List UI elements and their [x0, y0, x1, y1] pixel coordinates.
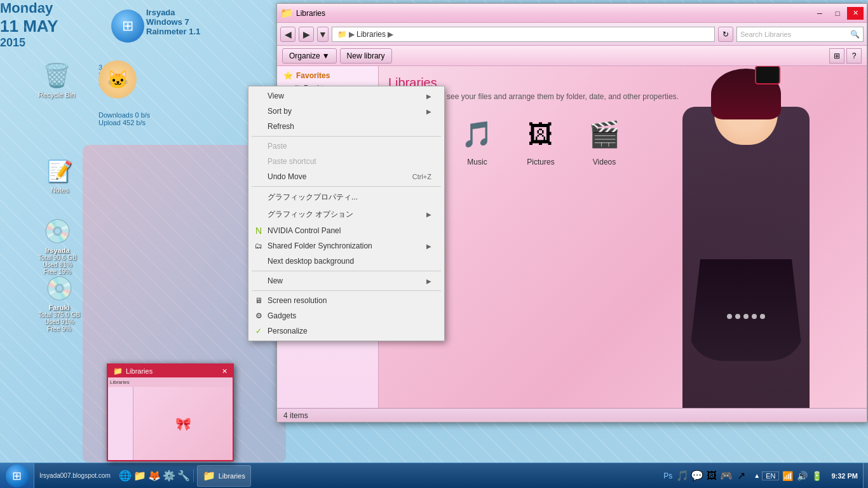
cm-next-background[interactable]: Next desktop background — [248, 254, 444, 269]
tray-battery-icon[interactable]: 🔋 — [810, 470, 823, 482]
maximize-button[interactable]: □ — [829, 7, 846, 20]
back-button[interactable]: ◀ — [280, 27, 295, 42]
cm-gadgets[interactable]: ⚙ Gadgets — [248, 308, 444, 323]
system-clock[interactable]: 9:32 PM — [826, 472, 863, 480]
close-button[interactable]: ✕ — [847, 7, 864, 20]
tray-volume-icon[interactable]: 🔊 — [796, 470, 808, 482]
dropdown-button[interactable]: ▼ — [317, 27, 329, 42]
irsyada-total: Total 90.6 GB — [38, 254, 77, 261]
preview-main: 🎀 — [108, 387, 233, 460]
taskbar-misc1-icon[interactable]: ⚙️ — [163, 470, 175, 482]
personalize-icon: ✓ — [254, 326, 264, 336]
cm-graphics-options[interactable]: グラフィック オプション ▶ — [248, 206, 444, 223]
title-bar-controls: ─ □ ✕ — [811, 7, 864, 20]
system-tray: ▲ EN 📶 🔊 🔋 — [750, 470, 826, 482]
cm-paste[interactable]: Paste — [248, 139, 444, 154]
start-button[interactable]: ⊞ — [0, 463, 34, 489]
minimize-button[interactable]: ─ — [811, 7, 828, 20]
taskbar-pic-icon[interactable]: 🖼 — [705, 470, 718, 482]
network-stats: Downloads 0 b/s Upload 452 b/s — [98, 111, 150, 126]
tray-network-icon[interactable]: 📶 — [781, 470, 794, 482]
preview-anime-icon: 🎀 — [175, 416, 191, 431]
taskbar-media-icon[interactable]: 🎵 — [676, 470, 689, 482]
windows-logo: ⊞ — [111, 10, 144, 43]
taskbar-firefox-icon[interactable]: 🦊 — [148, 470, 161, 482]
title-bar-left: 📁 Libraries — [280, 7, 325, 19]
favorites-icon: ⭐ — [283, 71, 293, 80]
folder-icon-title: 📁 — [280, 7, 293, 19]
language-indicator[interactable]: EN — [762, 471, 779, 480]
cm-sep-3 — [252, 271, 441, 271]
show-desktop-button[interactable] — [863, 463, 868, 488]
taskbar-share-icon[interactable]: ↗ — [735, 470, 747, 482]
organize-dropdown-icon: ▼ — [322, 51, 330, 60]
taskbar-chat-icon[interactable]: 💬 — [691, 470, 703, 482]
quick-launch: 🌐 📁 🦊 ⚙️ 🔧 — [116, 470, 194, 482]
windows-start-icon: ⊞ — [12, 469, 22, 483]
cm-sort-by[interactable]: Sort by ▶ — [248, 104, 444, 119]
irsyada-drive-icon[interactable]: 💿 Irsyada Total 90.6 GB Used 81% Free 19… — [38, 216, 77, 275]
cm-view[interactable]: View ▶ — [248, 88, 444, 104]
faruki-total: Total 375.0 GB — [38, 311, 80, 318]
preview-toolbar: Libraries — [108, 377, 233, 387]
taskbar-libraries-icon: 📁 — [203, 470, 215, 482]
cm-refresh[interactable]: Refresh — [248, 119, 444, 134]
faruki-free: Free 9% — [47, 325, 71, 332]
taskbar-photoshop-icon[interactable]: Ps — [661, 470, 674, 482]
faruki-used: Used 91% — [44, 318, 74, 325]
taskbar-explorer-icon[interactable]: 📁 — [133, 470, 146, 482]
recycle-bin-icon[interactable]: 🗑️ Recycle Bin — [38, 60, 75, 98]
taskbar-game-icon[interactable]: 🎮 — [720, 470, 733, 482]
graphics-arrow-icon: ▶ — [426, 211, 431, 218]
search-box[interactable]: Search Libraries 🔍 — [736, 27, 864, 42]
library-music[interactable]: 🎵 Music — [452, 114, 503, 166]
sort-arrow-icon: ▶ — [426, 108, 431, 115]
taskbar-preview: 📁 Libraries ✕ Libraries 🎀 — [107, 363, 234, 461]
organize-button[interactable]: Organize ▼ — [282, 48, 337, 64]
cm-nvidia[interactable]: N NVIDIA Control Panel — [248, 223, 444, 238]
taskbar-ie-icon[interactable]: 🌐 — [119, 470, 132, 482]
view-toggle-button[interactable]: ⊞ — [829, 48, 844, 64]
sidebar-favorites[interactable]: ⭐ Favorites — [277, 69, 378, 82]
desktop: Monday 11 MAY 2015 Irsyada Windows 7 Rai… — [0, 0, 868, 488]
clock-time: 9:32 PM — [831, 472, 858, 480]
forward-button[interactable]: ▶ — [299, 27, 314, 42]
preview-folder-icon: 📁 — [113, 367, 123, 376]
library-videos[interactable]: 🎬 Videos — [579, 114, 630, 166]
cm-undo-move[interactable]: Undo Move Ctrl+Z — [248, 169, 444, 184]
gadgets-icon: ⚙ — [254, 311, 264, 321]
address-path-text: Libraries — [356, 30, 386, 39]
taskbar-libraries-item[interactable]: 📁 Libraries — [197, 465, 251, 487]
taskbar-misc2-icon[interactable]: 🔧 — [177, 470, 190, 482]
rainmeter-os: Windows 7 — [146, 17, 200, 27]
title-bar: 📁 Libraries ─ □ ✕ — [277, 4, 867, 23]
cm-paste-shortcut[interactable]: Paste shortcut — [248, 154, 444, 169]
preview-content-area: 🎀 — [133, 387, 233, 460]
address-path[interactable]: 📁 ▶ Libraries ▶ — [332, 27, 715, 42]
rainmeter-name: Irsyada — [146, 8, 200, 17]
undo-shortcut: Ctrl+Z — [412, 173, 431, 180]
refresh-button[interactable]: ↻ — [718, 27, 733, 42]
tray-expand-button[interactable]: ▲ — [754, 472, 760, 479]
cat-mascot: 🐱 — [98, 60, 137, 98]
cm-sep-2 — [252, 186, 441, 187]
cm-graphics-props[interactable]: グラフィックプロパティ... — [248, 189, 444, 206]
faruki-drive-label: Faruki — [49, 304, 70, 311]
title-bar-text: Libraries — [296, 9, 325, 18]
status-bar: 4 items — [277, 408, 867, 422]
cm-personalize[interactable]: ✓ Personalize — [248, 323, 444, 339]
faruki-drive-icon[interactable]: 💿 Faruki Total 375.0 GB Used 91% Free 9% — [38, 273, 80, 332]
library-pictures[interactable]: 🖼 Pictures — [515, 114, 566, 166]
music-icon: 🎵 — [457, 114, 498, 154]
cm-shared-folder[interactable]: 🗂 Shared Folder Synchronization ▶ — [248, 238, 444, 254]
preview-inner: Libraries 🎀 — [108, 377, 233, 460]
preview-close-button[interactable]: ✕ — [222, 367, 227, 376]
view-help-button[interactable]: ? — [846, 48, 862, 64]
start-orb: ⊞ — [6, 464, 29, 487]
new-library-button[interactable]: New library — [340, 48, 392, 64]
cm-new[interactable]: New ▶ — [248, 273, 444, 288]
cm-screen-resolution[interactable]: 🖥 Screen resolution — [248, 293, 444, 308]
context-menu: View ▶ Sort by ▶ Refresh Paste Paste sho… — [248, 86, 445, 341]
notes-icon[interactable]: 📝 Notes — [44, 156, 75, 194]
view-arrow-icon: ▶ — [426, 93, 431, 100]
